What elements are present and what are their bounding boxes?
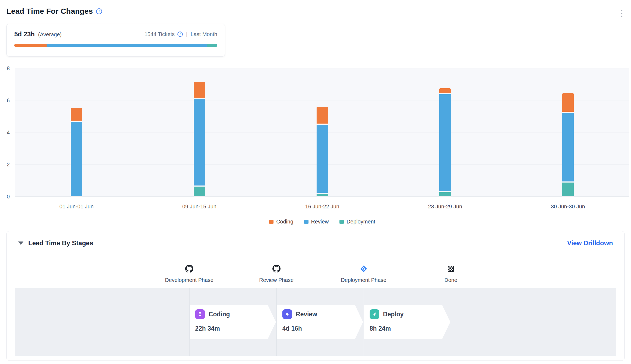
bar-segment-review[interactable] xyxy=(194,99,205,186)
bar-segment-coding[interactable] xyxy=(439,88,451,93)
phase-label: Review Phase xyxy=(259,277,294,283)
bar-segment-deployment[interactable] xyxy=(439,192,451,196)
phase-done: Done xyxy=(444,264,457,283)
stage-duration: 4d 16h xyxy=(282,325,363,332)
legend-item-review[interactable]: Review xyxy=(304,219,329,225)
column-divider xyxy=(451,288,451,356)
diamond-icon xyxy=(360,264,367,273)
chart-bar[interactable] xyxy=(317,107,328,196)
average-value: 5d 23h xyxy=(14,30,35,38)
stage-table: Development PhaseReview PhaseDeployment … xyxy=(15,258,616,356)
phase-development-phase: Development Phase xyxy=(165,264,213,283)
chart-legend: CodingReviewDeployment xyxy=(15,219,629,225)
stage-duration: 8h 24m xyxy=(370,325,450,332)
stage-card-title-row: Review xyxy=(282,309,363,319)
average-value-group: 5d 23h (Average) xyxy=(14,30,62,38)
legend-label: Review xyxy=(311,219,329,225)
column-divider xyxy=(364,288,364,356)
lead-time-by-stages-card: Lead Time By Stages View Drilldown Devel… xyxy=(6,231,625,361)
hourglass-icon xyxy=(195,309,205,319)
y-tick-label: 0 xyxy=(0,194,12,200)
tickets-group: 1544 Tickets | Last Month xyxy=(145,31,217,37)
progress-segment-review xyxy=(47,44,207,47)
chart-bar[interactable] xyxy=(71,108,82,196)
average-progress-bar xyxy=(14,44,217,47)
stage-name: Coding xyxy=(209,311,230,318)
y-tick-label: 2 xyxy=(0,162,12,168)
collapse-chevron-icon[interactable] xyxy=(18,242,23,245)
tickets-count: 1544 Tickets xyxy=(145,31,175,37)
stage-card-title-row: Deploy xyxy=(370,309,450,319)
stages-title: Lead Time By Stages xyxy=(28,239,567,247)
bar-segment-review[interactable] xyxy=(317,125,328,193)
page-title: Lead Time For Changes xyxy=(6,7,93,16)
bar-segment-review[interactable] xyxy=(562,113,574,182)
phase-label: Deployment Phase xyxy=(341,277,386,283)
legend-label: Deployment xyxy=(346,219,375,225)
progress-segment-deployment xyxy=(207,44,217,47)
tickets-info-icon[interactable] xyxy=(177,32,183,37)
column-divider xyxy=(189,288,190,356)
stage-name: Deploy xyxy=(383,311,404,318)
y-tick-label: 4 xyxy=(0,130,12,136)
phase-deployment-phase: Deployment Phase xyxy=(341,264,386,283)
x-tick-label: 16 Jun-22 Jun xyxy=(305,204,339,210)
github-icon xyxy=(185,264,193,273)
y-axis: 02468 xyxy=(0,65,12,205)
separator: | xyxy=(185,31,188,37)
x-axis: 01 Jun-01 Jun09 Jun-15 Jun16 Jun-22 Jun2… xyxy=(15,204,629,212)
bar-segment-coding[interactable] xyxy=(562,93,574,111)
average-label: (Average) xyxy=(38,32,61,37)
bar-segment-coding[interactable] xyxy=(317,107,328,124)
stage-card-deploy[interactable]: Deploy8h 24m xyxy=(364,305,450,339)
phase-label: Done xyxy=(444,277,457,283)
review-icon xyxy=(282,309,292,319)
stage-card-review[interactable]: Review4d 16h xyxy=(277,305,363,339)
gridline-y8 xyxy=(15,68,629,68)
progress-segment-coding xyxy=(14,44,47,47)
bar-segment-deployment[interactable] xyxy=(562,183,574,196)
bar-segment-coding[interactable] xyxy=(194,82,205,98)
chart-plot xyxy=(15,68,629,197)
lead-time-widget: Lead Time For Changes 5d 23h (Average) 1… xyxy=(0,0,631,364)
column-divider xyxy=(276,288,277,356)
rocket-icon xyxy=(370,309,379,319)
bar-segment-deployment[interactable] xyxy=(194,187,205,196)
legend-swatch xyxy=(269,220,274,224)
legend-swatch xyxy=(304,220,309,224)
gridline-y6 xyxy=(15,100,629,100)
chart-bar[interactable] xyxy=(439,88,451,196)
x-tick-label: 09 Jun-15 Jun xyxy=(182,204,216,210)
widget-header: Lead Time For Changes xyxy=(6,7,102,16)
legend-item-coding[interactable]: Coding xyxy=(269,219,293,225)
stage-name: Review xyxy=(296,311,317,318)
bar-segment-review[interactable] xyxy=(71,122,82,196)
github-icon xyxy=(272,264,281,273)
chart-bar[interactable] xyxy=(562,93,574,196)
bar-segment-review[interactable] xyxy=(439,94,451,191)
x-tick-label: 01 Jun-01 Jun xyxy=(59,204,94,210)
legend-item-deployment[interactable]: Deployment xyxy=(339,219,375,225)
kebab-menu-icon[interactable] xyxy=(620,9,623,18)
flag-icon xyxy=(447,264,454,273)
stage-card-coding[interactable]: Coding22h 34m xyxy=(190,305,276,339)
x-tick-label: 23 Jun-29 Jun xyxy=(428,204,462,210)
y-tick-label: 6 xyxy=(0,97,12,104)
view-drilldown-link[interactable]: View Drilldown xyxy=(567,239,613,247)
x-tick-label: 30 Jun-30 Jun xyxy=(551,204,585,210)
average-summary-card: 5d 23h (Average) 1544 Tickets | Last Mon… xyxy=(6,24,225,57)
phase-label: Development Phase xyxy=(165,277,213,283)
bar-segment-deployment[interactable] xyxy=(317,194,328,196)
legend-label: Coding xyxy=(276,219,293,225)
chart-bar[interactable] xyxy=(194,82,205,196)
stages-header: Lead Time By Stages View Drilldown xyxy=(7,231,624,247)
stage-table-body: Coding22h 34mReview4d 16hDeploy8h 24m xyxy=(15,288,616,356)
info-icon[interactable] xyxy=(96,8,102,14)
bar-segment-coding[interactable] xyxy=(71,108,82,121)
period-label: Last Month xyxy=(191,31,217,37)
legend-swatch xyxy=(339,220,344,224)
phase-review-phase: Review Phase xyxy=(259,264,294,283)
stage-card-title-row: Coding xyxy=(195,309,276,319)
y-tick-label: 8 xyxy=(0,65,12,72)
lead-time-chart: 02468 01 Jun-01 Jun09 Jun-15 Jun16 Jun-2… xyxy=(0,65,631,232)
